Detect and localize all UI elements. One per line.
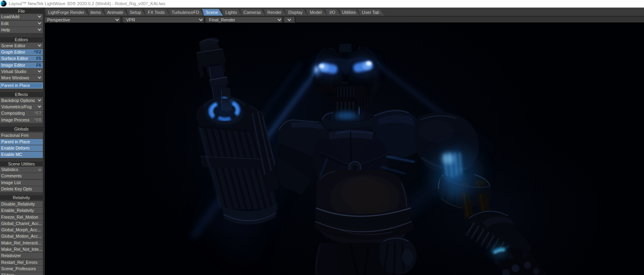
svg-text:User Tab: User Tab: [362, 10, 380, 15]
svg-text:LightForge Render: LightForge Render: [48, 10, 84, 15]
svg-text:Model: Model: [310, 10, 322, 15]
svg-text:Setup: Setup: [130, 10, 141, 15]
svg-text:Render: Render: [267, 10, 282, 15]
svg-text:Utilities: Utilities: [342, 10, 356, 15]
svg-text:Items: Items: [90, 10, 101, 15]
svg-text:I/O: I/O: [330, 10, 335, 15]
svg-text:Scene: Scene: [206, 10, 218, 15]
svg-text:TurbulenceFD: TurbulenceFD: [172, 10, 199, 15]
svg-text:Cameras: Cameras: [243, 10, 261, 15]
svg-text:Animate: Animate: [107, 10, 123, 15]
svg-text:Lights: Lights: [225, 10, 237, 15]
svg-text:Display: Display: [288, 10, 303, 15]
svg-text:FX Tools: FX Tools: [148, 10, 165, 15]
